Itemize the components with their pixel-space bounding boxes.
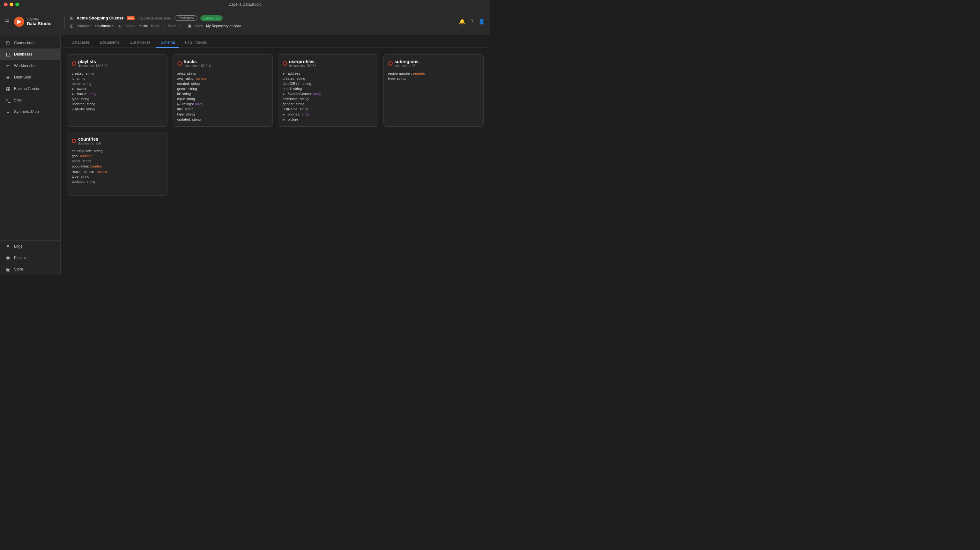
field-updated: updated: string [72,102,163,107]
logo-bottom: Data Studio [27,21,52,26]
empty-col-4 [383,132,484,196]
card-title-userprofiles: userprofiles documents: 49,981 [289,59,316,68]
field-mp3: mp3: string [177,96,268,102]
field-gdp: gdp: number [72,153,163,159]
tab-fts[interactable]: FTS Indexes [181,38,211,48]
card-docs-userprofiles: documents: 49,981 [289,64,316,68]
field-title: title: string [177,107,268,112]
field-picture[interactable]: ▶ picture [283,117,374,122]
sidebar: ⊞ Connections ◫ Databases ✂ Workbenches … [0,35,60,275]
card-title-countries: countries documents: 258 [78,137,101,145]
schema-card-countries: countries documents: 258 countryCode: st… [67,132,167,196]
tab-gsi[interactable]: GSI Indexes [125,38,155,48]
field-population: population: number [72,164,163,169]
store-icon: ▣ [188,24,191,28]
empty-col-3 [278,132,379,196]
card-header-tracks: tracks documents: 97,216 [177,59,268,68]
card-header-userprofiles: userprofiles documents: 49,981 [283,59,374,68]
sidebar-item-databases[interactable]: ◫ Databases [0,48,60,60]
field-phones[interactable]: ▶ phones: array [283,112,374,117]
field-id-t: id: string [177,91,268,96]
schema-content: playlists documents: 132,844 created: st… [60,48,490,275]
databases-icon: ◫ [5,52,11,57]
logo-area: ▶ Capella Data Studio [14,17,52,27]
window-controls [4,3,19,6]
field-region-number-s: region-number: number [388,71,479,76]
schema-card-playlists: playlists documents: 132,844 created: st… [67,54,167,127]
card-dot-playlists [72,61,76,66]
sidebar-item-workbenches[interactable]: ✂ Workbenches [0,60,60,72]
plugins-icon: ◉ [5,255,11,260]
hamburger-icon[interactable]: ☰ [5,19,10,25]
expand-owner-icon[interactable]: ▶ [72,87,74,91]
aws-badge: aws [127,16,135,20]
store-label: Store [195,24,203,28]
field-visibility: visibility: string [72,107,163,112]
connections-icon: ⊞ [5,40,11,45]
tab-documents[interactable]: Documents [95,38,124,48]
toolbar-divider-1 [64,15,65,28]
sidebar-label-workbenches: Workbenches [14,64,37,68]
shell-icon: >_ [5,98,11,103]
field-type-s: type: string [388,76,479,81]
store-name: My Repository on Mac [206,24,241,28]
tab-databases[interactable]: Databases [67,38,94,48]
sidebar-item-synthetic[interactable]: ≡ Synthetic Data [0,106,60,118]
field-avg-rating: avg_rating: number [177,76,268,81]
datasets-icon: ⊕ [5,75,11,80]
sidebar-item-shell[interactable]: >_ Shell [0,94,60,106]
sidebar-item-logs[interactable]: ≡ Logs [0,240,60,252]
card-header-countries: countries documents: 258 [72,137,163,145]
sidebar-item-datasets[interactable]: ⊕ Data Sets [0,72,60,83]
toolbar-row-2: ◫ Database couchmusic ◻ Scope music Read… [70,24,459,28]
card-dot-userprofiles [283,61,287,66]
window-title: Capella DataStudio [228,2,261,7]
sidebar-item-connections[interactable]: ⊞ Connections [0,37,60,48]
card-name-userprofiles: userprofiles [289,59,316,64]
sidebar-item-store[interactable]: ▣ Store [0,264,60,275]
expand-picture-icon[interactable]: ▶ [283,118,285,121]
profile-icon[interactable]: 👤 [479,19,485,25]
field-countrycode: countryCode: string [72,148,163,153]
expand-address-icon[interactable]: ▶ [283,72,285,75]
field-ratings[interactable]: ▶ ratings: array [177,102,268,107]
sidebar-item-plugins[interactable]: ◉ Plugins [0,252,60,264]
scope-icon: ◻ [119,24,122,28]
sidebar-label-logs: Logs [14,244,22,248]
read-check-icon: ✓ [162,24,165,27]
notification-icon[interactable]: 🔔 [459,19,465,25]
field-tracks[interactable]: ▶ tracks: array [72,91,163,96]
field-region-number-c: region-number: number [72,169,163,174]
schema-row-2: countries documents: 258 countryCode: st… [67,132,484,196]
help-icon[interactable]: ? [471,19,473,25]
expand-tracks-icon[interactable]: ▶ [72,92,74,96]
card-name-subregions: subregions [395,59,418,64]
expand-genres-icon[interactable]: ▶ [283,92,285,96]
field-email: email: string [283,86,374,91]
tab-schema[interactable]: Schema [156,38,179,48]
expand-ratings-icon[interactable]: ▶ [177,102,180,106]
database-label: Database [76,24,92,28]
database-icon: ◫ [70,24,73,28]
minimize-button[interactable] [10,3,13,6]
field-id: id: string [72,76,163,81]
logo-icon: ▶ [14,17,24,27]
field-fav-genres[interactable]: ▶ favoriteGenres: array [283,91,374,96]
card-title-tracks: tracks documents: 97,216 [184,59,211,68]
expand-phones-icon[interactable]: ▶ [283,113,285,116]
sidebar-label-store: Store [14,267,23,272]
tabs-bar: Databases Documents GSI Indexes Schema F… [60,35,490,48]
sidebar-item-backup[interactable]: ▦ Backup Center [0,83,60,94]
toolbar-right: 🔔 ? 👤 [459,19,485,25]
field-owner[interactable]: ▶ owner [72,86,163,91]
field-gender: gender: string [283,102,374,107]
card-dot-subregions [388,61,393,66]
sidebar-label-connections: Connections [14,41,35,45]
empty-col-2 [173,132,273,196]
database-name: couchmusic [95,24,113,28]
maximize-button[interactable] [15,3,19,6]
close-button[interactable] [4,3,8,6]
card-name-countries: countries [78,137,101,141]
version-text: 7.2.3-6705-enterprise [138,16,171,20]
field-address[interactable]: ▶ address [283,71,374,76]
